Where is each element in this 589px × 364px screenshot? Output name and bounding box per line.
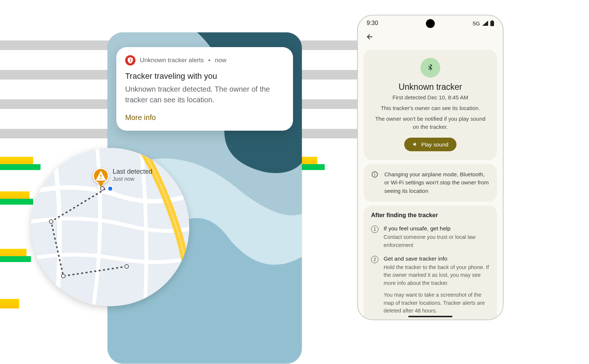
info-icon <box>371 171 379 181</box>
status-clock: 9:30 <box>367 20 378 26</box>
tracker-title: Unknown tracker <box>373 82 488 92</box>
play-sound-button[interactable]: Play sound <box>404 138 456 151</box>
notif-bullet: • <box>208 57 211 64</box>
play-sound-label: Play sound <box>421 141 448 148</box>
notif-time: now <box>215 57 226 64</box>
step-number-icon: 1 <box>371 226 378 233</box>
svg-rect-8 <box>491 20 493 21</box>
step-2-desc2: You may want to take a screenshot of the… <box>384 291 490 315</box>
tracker-summary-card: Unknown tracker First detected Dec 10, 8… <box>364 50 497 160</box>
step-2-title: Get and save tracker info <box>384 255 490 262</box>
route-point-icon <box>124 264 129 269</box>
battery-icon <box>490 20 494 26</box>
step-1-title: If you feel unsafe, get help <box>384 225 490 232</box>
notif-title: Tracker traveling with you <box>125 71 284 81</box>
tracker-first-detected: First detected Dec 10, 8:45 AM <box>373 94 488 100</box>
volume-icon <box>412 141 418 147</box>
map-pin-alert-icon <box>93 168 109 184</box>
after-heading: After finding the tracker <box>371 212 490 219</box>
map-route-inset: Last detected Just now <box>31 148 189 306</box>
map-current-location-dot <box>107 185 113 192</box>
svg-rect-10 <box>374 174 375 176</box>
bluetooth-badge <box>420 58 440 78</box>
tracker-owner-note: This tracker's owner can see its locatio… <box>373 105 488 111</box>
after-finding-card: After finding the tracker 1 If you feel … <box>364 205 497 320</box>
svg-point-6 <box>100 178 101 179</box>
gesture-bar[interactable] <box>408 316 452 317</box>
route-point-icon <box>49 219 53 224</box>
map-roads <box>31 148 189 306</box>
svg-rect-7 <box>490 21 494 26</box>
step-1-desc: Contact someone you trust or local law e… <box>384 233 490 250</box>
step-2-desc: Hold the tracker to the back of your pho… <box>384 264 490 287</box>
map-last-detected-label: Last detected <box>113 168 152 176</box>
back-button[interactable] <box>364 32 375 42</box>
settings-warning-card: Changing your airplane mode, Bluetooth, … <box>364 164 497 202</box>
notif-app-name: Unknown tracker alerts <box>140 57 204 64</box>
settings-warning-text: Changing your airplane mode, Bluetooth, … <box>384 170 490 195</box>
shield-alert-icon <box>125 55 135 66</box>
phone-detail-screen: 9:30 5G Unknown tracker First detected D… <box>357 15 504 320</box>
map-last-detected-time: Just now <box>113 176 152 182</box>
svg-point-11 <box>374 173 375 173</box>
signal-icon <box>482 21 488 26</box>
step-2: 2 Get and save tracker info Hold the tra… <box>371 255 490 315</box>
status-network-label: 5G <box>473 20 480 26</box>
route-point-icon <box>100 186 105 191</box>
notification-card[interactable]: Unknown tracker alerts • now Tracker tra… <box>116 47 293 131</box>
svg-rect-2 <box>130 59 131 61</box>
notif-more-info-link[interactable]: More info <box>125 113 284 122</box>
notif-body: Unknown tracker detected. The owner of t… <box>125 84 284 105</box>
step-1: 1 If you feel unsafe, get help Contact s… <box>371 225 490 250</box>
svg-point-3 <box>130 61 131 62</box>
arrow-back-icon <box>366 33 374 41</box>
camera-punch-hole <box>426 19 435 28</box>
route-point-icon <box>61 274 66 278</box>
svg-rect-5 <box>100 174 102 177</box>
bluetooth-icon <box>426 63 435 73</box>
step-number-icon: 2 <box>371 256 378 263</box>
tracker-notify-note: The owner won't be notified if you play … <box>373 115 488 131</box>
